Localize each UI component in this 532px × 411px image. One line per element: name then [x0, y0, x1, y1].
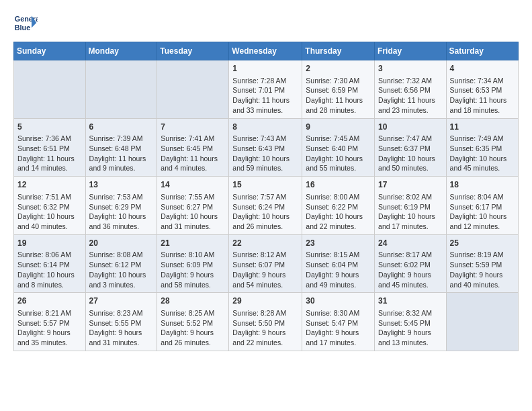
cell-text-line: and 28 minutes.	[306, 105, 371, 116]
cell-text-line: Sunrise: 8:23 AM	[89, 308, 154, 318]
cell-text-line: Daylight: 10 hours	[232, 212, 298, 222]
cell-text-line: Daylight: 10 hours	[450, 154, 515, 164]
cell-text-line: Sunrise: 7:34 AM	[450, 76, 515, 86]
calendar-cell: 11Sunrise: 7:49 AMSunset: 6:35 PMDayligh…	[446, 118, 518, 177]
day-number: 29	[232, 295, 298, 307]
cell-text-line: Sunset: 6:04 PM	[306, 260, 371, 270]
cell-text-line: Sunset: 6:24 PM	[232, 202, 298, 212]
calendar-cell: 18Sunrise: 8:04 AMSunset: 6:17 PMDayligh…	[446, 177, 518, 235]
cell-text-line: Daylight: 9 hours	[232, 270, 298, 280]
cell-text-line: Sunset: 6:56 PM	[378, 85, 443, 95]
day-number: 22	[232, 238, 298, 249]
cell-text-line: Sunset: 5:50 PM	[232, 318, 298, 328]
cell-text-line: Sunset: 6:51 PM	[17, 144, 82, 154]
cell-text-line: Sunrise: 8:19 AM	[450, 250, 515, 260]
cell-text-line: and 3 minutes.	[89, 280, 154, 290]
cell-text-line: Sunrise: 7:47 AM	[378, 134, 443, 144]
cell-text-line: and 26 minutes.	[232, 222, 298, 232]
calendar-cell: 7Sunrise: 7:41 AMSunset: 6:45 PMDaylight…	[157, 118, 229, 177]
cell-text-line: and 22 minutes.	[232, 338, 298, 348]
cell-text-line: Sunrise: 8:25 AM	[161, 308, 225, 318]
cell-text-line: Sunset: 6:35 PM	[450, 144, 515, 154]
cell-text-line: Sunrise: 8:30 AM	[306, 308, 371, 318]
calendar-cell: 15Sunrise: 7:57 AMSunset: 6:24 PMDayligh…	[229, 177, 302, 235]
cell-text-line: Sunset: 6:40 PM	[306, 144, 371, 154]
calendar-cell: 19Sunrise: 8:06 AMSunset: 6:14 PMDayligh…	[14, 234, 86, 293]
cell-text-line: Daylight: 10 hours	[232, 154, 298, 164]
cell-text-line: Sunrise: 7:45 AM	[306, 134, 371, 144]
cell-text-line: and 17 minutes.	[378, 222, 443, 232]
calendar-week-row: 5Sunrise: 7:36 AMSunset: 6:51 PMDaylight…	[14, 118, 519, 177]
day-number: 24	[378, 238, 443, 249]
cell-text-line: Daylight: 10 hours	[17, 212, 82, 222]
cell-text-line: Sunrise: 8:04 AM	[450, 192, 515, 202]
calendar-cell: 3Sunrise: 7:32 AMSunset: 6:56 PMDaylight…	[375, 60, 447, 119]
cell-text-line: Daylight: 10 hours	[378, 212, 443, 222]
calendar-cell: 14Sunrise: 7:55 AMSunset: 6:27 PMDayligh…	[157, 177, 229, 235]
cell-text-line: Daylight: 10 hours	[306, 154, 371, 164]
cell-text-line: Sunset: 5:55 PM	[89, 318, 154, 328]
calendar-cell: 25Sunrise: 8:19 AMSunset: 5:59 PMDayligh…	[446, 234, 518, 293]
cell-text-line: Daylight: 9 hours	[232, 328, 298, 338]
cell-text-line: and 35 minutes.	[17, 338, 82, 348]
cell-text-line: Daylight: 10 hours	[17, 270, 82, 280]
weekday-header: Monday	[85, 42, 157, 60]
cell-text-line: Sunrise: 7:41 AM	[161, 134, 225, 144]
calendar-cell: 2Sunrise: 7:30 AMSunset: 6:59 PMDaylight…	[302, 60, 375, 119]
cell-text-line: and 26 minutes.	[161, 338, 225, 348]
cell-text-line: and 8 minutes.	[17, 280, 82, 290]
calendar-cell: 20Sunrise: 8:08 AMSunset: 6:12 PMDayligh…	[85, 234, 157, 293]
cell-text-line: Daylight: 10 hours	[450, 212, 515, 222]
cell-text-line: and 31 minutes.	[161, 222, 225, 232]
day-number: 7	[161, 122, 225, 133]
cell-text-line: and 55 minutes.	[306, 163, 371, 173]
cell-text-line: Daylight: 11 hours	[161, 154, 225, 164]
cell-text-line: and 54 minutes.	[232, 280, 298, 290]
cell-text-line: Daylight: 9 hours	[450, 270, 515, 280]
calendar-cell: 27Sunrise: 8:23 AMSunset: 5:55 PMDayligh…	[85, 293, 157, 351]
calendar-cell: 10Sunrise: 7:47 AMSunset: 6:37 PMDayligh…	[375, 118, 447, 177]
cell-text-line: Sunset: 6:48 PM	[89, 144, 154, 154]
cell-text-line: and 12 minutes.	[450, 222, 515, 232]
cell-text-line: Sunset: 6:59 PM	[306, 85, 371, 95]
cell-text-line: Daylight: 9 hours	[161, 270, 225, 280]
cell-text-line: Sunrise: 8:17 AM	[378, 250, 443, 260]
cell-text-line: Sunset: 6:22 PM	[306, 202, 371, 212]
cell-text-line: Sunrise: 7:28 AM	[232, 76, 298, 86]
cell-text-line: Daylight: 10 hours	[306, 212, 371, 222]
cell-text-line: Sunset: 6:12 PM	[89, 260, 154, 270]
cell-text-line: and 9 minutes.	[89, 163, 154, 173]
cell-text-line: and 31 minutes.	[89, 338, 154, 348]
cell-text-line: Sunset: 5:57 PM	[17, 318, 82, 328]
cell-text-line: Daylight: 9 hours	[306, 270, 371, 280]
cell-text-line: and 4 minutes.	[161, 163, 225, 173]
cell-text-line: Daylight: 11 hours	[450, 95, 515, 105]
cell-text-line: Sunset: 6:32 PM	[17, 202, 82, 212]
calendar-cell: 23Sunrise: 8:15 AMSunset: 6:04 PMDayligh…	[302, 234, 375, 293]
calendar-cell	[157, 60, 229, 119]
cell-text-line: Daylight: 11 hours	[232, 95, 298, 105]
cell-text-line: Sunset: 6:02 PM	[378, 260, 443, 270]
day-number: 31	[378, 295, 443, 307]
cell-text-line: and 23 minutes.	[378, 105, 443, 116]
day-number: 27	[89, 295, 154, 307]
page-header: General Blue	[13, 11, 519, 35]
calendar-cell: 12Sunrise: 7:51 AMSunset: 6:32 PMDayligh…	[14, 177, 86, 235]
weekday-header: Thursday	[302, 42, 375, 60]
cell-text-line: Sunrise: 8:00 AM	[306, 192, 371, 202]
calendar-cell: 24Sunrise: 8:17 AMSunset: 6:02 PMDayligh…	[375, 234, 447, 293]
day-number: 20	[89, 238, 154, 249]
cell-text-line: Sunrise: 7:30 AM	[306, 76, 371, 86]
day-number: 17	[378, 179, 443, 191]
cell-text-line: and 36 minutes.	[89, 222, 154, 232]
cell-text-line: Sunset: 5:59 PM	[450, 260, 515, 270]
day-number: 19	[17, 238, 82, 249]
cell-text-line: Daylight: 10 hours	[89, 212, 154, 222]
day-number: 18	[450, 179, 515, 191]
cell-text-line: Sunrise: 7:43 AM	[232, 134, 298, 144]
cell-text-line: Daylight: 9 hours	[378, 328, 443, 338]
calendar-cell: 22Sunrise: 8:12 AMSunset: 6:07 PMDayligh…	[229, 234, 302, 293]
weekday-header: Wednesday	[229, 42, 302, 60]
cell-text-line: Sunrise: 8:06 AM	[17, 250, 82, 260]
cell-text-line: and 14 minutes.	[17, 163, 82, 173]
